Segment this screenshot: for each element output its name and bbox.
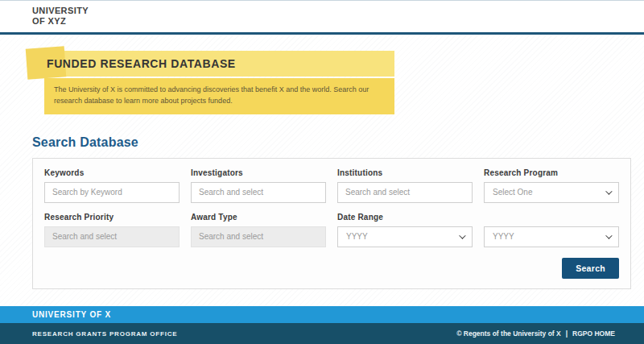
footer-divider: | <box>566 329 568 338</box>
date-range-start-select[interactable]: YYYY <box>337 226 473 247</box>
field-date-range-start: Date Range YYYY <box>337 213 473 247</box>
research-priority-label: Research Priority <box>44 213 180 222</box>
site-header: UNIVERSITY OF XYZ <box>0 0 644 35</box>
chevron-down-icon <box>605 232 612 238</box>
keywords-label: Keywords <box>44 168 180 177</box>
footer-copyright: © Regents of the University of X <box>456 329 561 338</box>
rgpo-home-link[interactable]: RGPO HOME <box>572 329 615 338</box>
footer-office-bar: RESEARCH GRANTS PROGRAM OFFICE © Regents… <box>0 323 644 344</box>
investigators-input[interactable] <box>191 182 326 203</box>
hero-description: The University of X is committed to adva… <box>44 78 394 114</box>
research-program-label: Research Program <box>484 168 619 177</box>
chevron-down-icon <box>605 188 612 194</box>
field-institutions: Institutions <box>337 168 473 203</box>
footer-right-group: © Regents of the University of X | RGPO … <box>456 329 615 338</box>
research-program-select[interactable]: Select One <box>484 182 619 203</box>
field-investigators: Investigators <box>191 168 326 203</box>
chevron-down-icon <box>459 232 465 238</box>
search-button[interactable]: Search <box>562 258 619 279</box>
field-award-type: Award Type <box>191 213 326 247</box>
search-database-heading: Search Database <box>32 135 644 150</box>
university-logo[interactable]: UNIVERSITY OF XYZ <box>32 6 644 27</box>
search-form-grid: Keywords Investigators Institutions Rese… <box>44 168 619 247</box>
brand-line-1: UNIVERSITY <box>32 6 644 16</box>
hero-title-banner: FUNDED RESEARCH DATABASE <box>32 51 394 77</box>
field-keywords: Keywords <box>44 168 180 203</box>
search-form-panel: Keywords Investigators Institutions Rese… <box>32 158 631 289</box>
field-research-program: Research Program Select One <box>484 168 619 203</box>
page-title: FUNDED RESEARCH DATABASE <box>47 57 236 70</box>
institutions-input[interactable] <box>337 182 473 203</box>
button-row: Search <box>44 258 619 279</box>
keywords-input[interactable] <box>44 182 180 203</box>
footer-university-bar: UNIVERSITY OF X <box>0 306 644 323</box>
date-range-label: Date Range <box>337 213 473 222</box>
institutions-label: Institutions <box>337 168 473 177</box>
footer-university-link[interactable]: UNIVERSITY OF X <box>32 310 111 319</box>
brand-line-2: OF XYZ <box>32 16 644 27</box>
date-range-end-select[interactable]: YYYY <box>484 226 619 247</box>
site-footer: UNIVERSITY OF X RESEARCH GRANTS PROGRAM … <box>0 306 644 344</box>
footer-office-label: RESEARCH GRANTS PROGRAM OFFICE <box>32 330 177 338</box>
award-type-label: Award Type <box>191 213 326 222</box>
award-type-input <box>191 226 326 247</box>
research-program-value: Select One <box>493 188 532 197</box>
field-date-range-end: YYYY <box>484 213 619 247</box>
date-range-end-value: YYYY <box>493 232 514 241</box>
investigators-label: Investigators <box>191 168 326 177</box>
main-content: FUNDED RESEARCH DATABASE The University … <box>0 35 644 306</box>
date-range-start-value: YYYY <box>346 232 368 241</box>
research-priority-input <box>44 226 180 247</box>
field-research-priority: Research Priority <box>44 213 180 247</box>
